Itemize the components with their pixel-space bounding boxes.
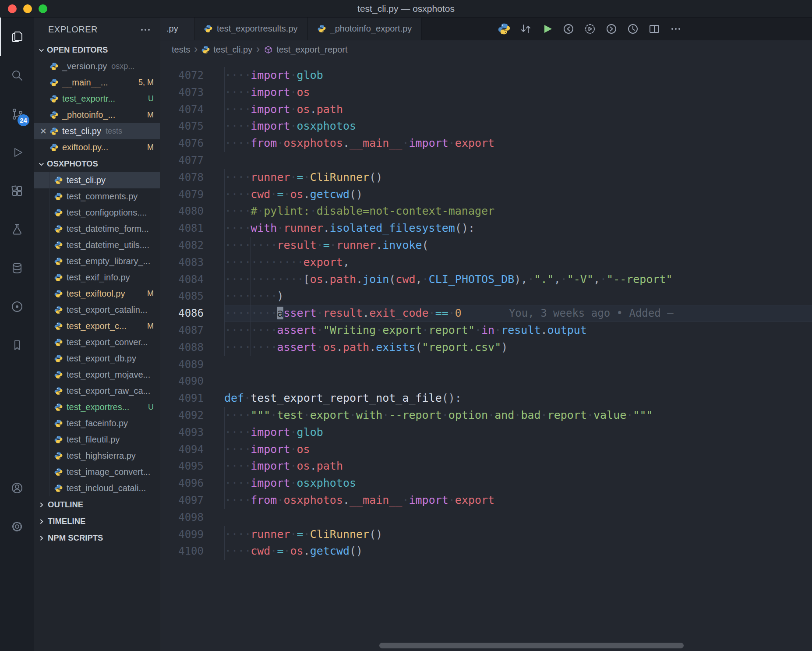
line-number[interactable]: 4084 [160, 271, 224, 288]
line-number[interactable]: 4087 [160, 322, 224, 339]
code-line[interactable]: ········assert·"Writing·export·report"·i… [224, 322, 812, 339]
breadcrumb-item-test-cli-py[interactable]: test_cli.py [201, 45, 252, 55]
code-line[interactable]: ····runner·=·CliRunner() [224, 169, 812, 186]
section-npm-scripts[interactable]: NPM SCRIPTS [34, 530, 160, 546]
code-line[interactable]: ····import·os.path [224, 458, 812, 475]
file-item[interactable]: test_export_conver... [34, 334, 160, 350]
line-number[interactable]: 4090 [160, 373, 224, 390]
file-item[interactable]: test_export_db.py [34, 350, 160, 367]
code-line[interactable]: ····with·runner.isolated_filesystem(): [224, 220, 812, 237]
activity-bookmarks[interactable] [0, 326, 34, 364]
activity-extensions[interactable] [0, 172, 34, 210]
code-editor[interactable]: 4072407340744075407640774078407940804081… [160, 59, 812, 651]
file-item[interactable]: test_incloud_catali... [34, 480, 160, 496]
code-line[interactable] [224, 509, 812, 526]
file-item[interactable]: test_exif_info.py [34, 269, 160, 286]
section-outline[interactable]: OUTLINE [34, 496, 160, 513]
file-item[interactable]: test_datetime_form... [34, 221, 160, 237]
more-actions-button[interactable] [668, 20, 683, 38]
code-line[interactable]: ····import·glob [224, 424, 812, 441]
line-number[interactable]: 4078 [160, 169, 224, 186]
line-number[interactable]: 4100 [160, 543, 224, 560]
open-editor-item[interactable]: test_exportr...U [34, 91, 160, 107]
tab-py[interactable]: .py [160, 18, 194, 40]
file-item[interactable]: test_export_c...M [34, 318, 160, 334]
line-number[interactable]: 4083 [160, 254, 224, 271]
code-line[interactable]: ····from·osxphotos.__main__·import·expor… [224, 492, 812, 509]
activity-search[interactable] [0, 56, 34, 95]
code-line[interactable]: ············export, [224, 254, 812, 271]
activity-database[interactable] [0, 249, 34, 287]
open-editor-item[interactable]: __main__...5, M [34, 74, 160, 91]
code-line[interactable]: ····#·pylint:·disable=not-context-manage… [224, 203, 812, 220]
code-line[interactable] [224, 373, 812, 390]
line-number[interactable]: 4082 [160, 237, 224, 254]
breadcrumb-item-test-export-report[interactable]: test_export_report [264, 45, 347, 55]
line-number[interactable]: 4085 [160, 288, 224, 305]
line-number[interactable]: 4095 [160, 458, 224, 475]
file-item[interactable]: test_export_raw_ca... [34, 383, 160, 399]
line-number[interactable]: 4079 [160, 186, 224, 203]
activity-accounts[interactable] [0, 469, 34, 507]
code-line[interactable]: ········result·=·runner.invoke( [224, 237, 812, 254]
line-number[interactable]: 4073 [160, 84, 224, 101]
file-item[interactable]: test_faceinfo.py [34, 415, 160, 432]
file-item[interactable]: test_export_mojave... [34, 367, 160, 383]
file-item[interactable]: test_exportres...U [34, 399, 160, 415]
code-line[interactable]: ········assert·result.exit_code·==·0You,… [224, 305, 812, 322]
code-line[interactable] [224, 356, 812, 373]
code-line[interactable]: ····cwd·=·os.getcwd() [224, 543, 812, 560]
activity-source-control[interactable]: 24 [0, 95, 34, 133]
run-cell-button[interactable] [583, 20, 597, 38]
minimize-window-button[interactable] [23, 4, 32, 13]
line-number[interactable]: 4094 [160, 441, 224, 458]
line-number[interactable]: 4097 [160, 492, 224, 509]
code-line[interactable]: ····import·osxphotos [224, 475, 812, 492]
open-changes-button[interactable] [518, 20, 533, 38]
file-item[interactable]: test_empty_library_... [34, 253, 160, 269]
code-line[interactable]: ············[os.path.join(cwd,·CLI_PHOTO… [224, 271, 812, 288]
code-line[interactable]: ····"""·test·export·with·--report·option… [224, 407, 812, 424]
file-item[interactable]: test_comments.py [34, 188, 160, 205]
code-line[interactable]: ········assert·os.path.exists("report.cs… [224, 339, 812, 356]
code-line[interactable]: ····import·os.path [224, 101, 812, 118]
split-editor-button[interactable] [647, 20, 662, 38]
activity-run-and-debug[interactable] [0, 133, 34, 172]
file-item[interactable]: test_fileutil.py [34, 432, 160, 448]
line-number[interactable]: 4072 [160, 67, 224, 84]
line-number[interactable]: 4077 [160, 152, 224, 169]
line-number[interactable]: 4096 [160, 475, 224, 492]
file-item[interactable]: test_exiftool.pyM [34, 286, 160, 302]
code-line[interactable] [224, 152, 812, 169]
line-number[interactable]: 4091 [160, 390, 224, 407]
code-line[interactable]: def·test_export_report_not_a_file(): [224, 390, 812, 407]
activity-manage[interactable] [0, 507, 34, 546]
tab-photoinfo-export-py[interactable]: _photoinfo_export.py [308, 18, 422, 40]
code-line[interactable]: ····import·osxphotos [224, 118, 812, 135]
line-number[interactable]: 4076 [160, 135, 224, 152]
line-number[interactable]: 4088 [160, 339, 224, 356]
section-timeline[interactable]: TIMELINE [34, 513, 160, 530]
code-line[interactable]: ····cwd·=·os.getcwd() [224, 186, 812, 203]
line-number[interactable]: 4099 [160, 526, 224, 543]
open-editor-item[interactable]: ✕test_cli.pytests [34, 123, 160, 139]
horizontal-scrollbar[interactable] [379, 643, 684, 648]
zoom-window-button[interactable] [39, 4, 47, 13]
file-item[interactable]: test_configoptions.... [34, 205, 160, 221]
open-editor-item[interactable]: _photoinfo_...M [34, 107, 160, 123]
activity-testing[interactable] [0, 210, 34, 249]
file-item[interactable]: test_export_catalin... [34, 302, 160, 318]
line-number[interactable]: 4089 [160, 356, 224, 373]
file-item[interactable]: test_highsierra.py [34, 448, 160, 464]
file-item[interactable]: test_datetime_utils.... [34, 237, 160, 253]
open-editor-item[interactable]: exiftool.py...M [34, 139, 160, 156]
code-line[interactable]: ····import·os [224, 84, 812, 101]
code-line[interactable]: ····import·glob [224, 67, 812, 84]
line-number[interactable]: 4098 [160, 509, 224, 526]
code-line[interactable]: ········) [224, 288, 812, 305]
activity-notebooks[interactable] [0, 287, 34, 326]
line-number[interactable]: 4075 [160, 118, 224, 135]
open-editors-section-header[interactable]: OPEN EDITORS [34, 42, 160, 58]
file-item[interactable]: test_image_convert... [34, 464, 160, 480]
file-item[interactable]: test_cli.py [34, 172, 160, 188]
